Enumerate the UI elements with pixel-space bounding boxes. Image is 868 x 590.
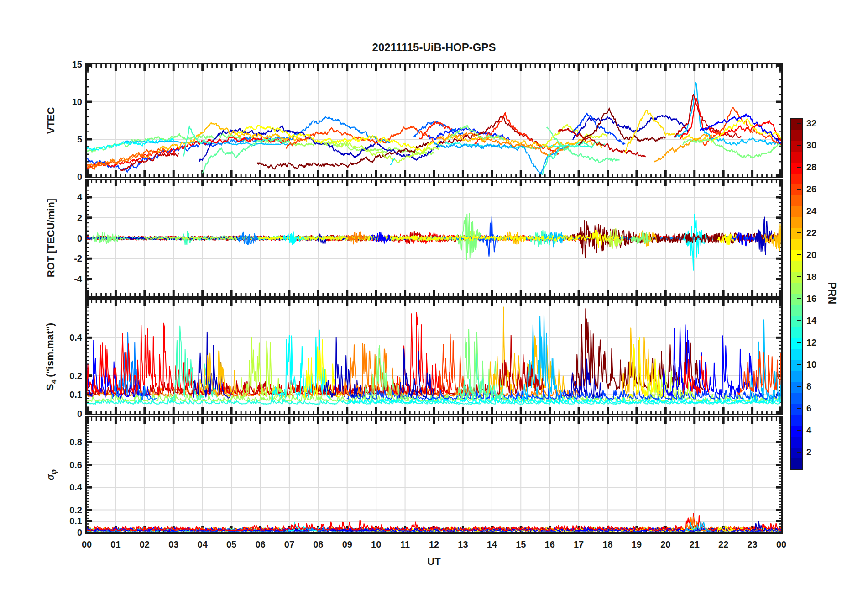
colorbar-segment-prn-21 (791, 239, 802, 250)
x-tick-label: 22 (709, 539, 738, 550)
colorbar-tick (797, 452, 801, 453)
colorbar-segment-prn-7 (791, 393, 802, 404)
colorbar-tick-label: 16 (806, 293, 829, 305)
colorbar-tick-label: 12 (806, 337, 829, 348)
colorbar-segment-prn-4 (791, 426, 802, 437)
colorbar-tick (797, 342, 801, 343)
colorbar-segment-prn-20 (791, 250, 802, 261)
y-tick-label-s4: 0.1 (49, 389, 82, 400)
colorbar-segment-prn-23 (791, 217, 802, 228)
x-tick-label: 10 (361, 539, 391, 550)
colorbar-tick-label: 4 (806, 424, 829, 436)
colorbar-tick (797, 386, 801, 387)
colorbar-tick-label: 10 (806, 358, 829, 370)
colorbar-segment-prn-22 (791, 228, 802, 239)
colorbar-tick (797, 320, 801, 321)
colorbar-segment-prn-15 (791, 305, 802, 316)
x-tick-label: 21 (680, 539, 709, 550)
colorbar-tick-label: 18 (806, 271, 829, 283)
y-tick-label-vtec: 0 (49, 171, 82, 183)
x-tick-label: 16 (535, 539, 565, 550)
colorbar-segment-prn-25 (791, 195, 802, 206)
sigma-phi-plot-canvas (87, 417, 781, 532)
colorbar-tick (797, 167, 801, 168)
x-tick-label: 18 (593, 539, 622, 550)
x-tick-label: 00 (72, 539, 101, 550)
colorbar-tick (797, 123, 801, 124)
colorbar-segment-prn-30 (791, 141, 802, 152)
x-tick-label: 09 (333, 539, 362, 550)
colorbar-tick (797, 276, 801, 277)
x-tick-label: 15 (506, 539, 535, 550)
y-tick-label-rot: -2 (49, 253, 82, 264)
y-tick-label-s4: 0.4 (49, 332, 82, 343)
colorbar-tick (797, 364, 801, 365)
colorbar-segment-prn-3 (791, 437, 802, 448)
y-tick-label-rot: -4 (49, 273, 82, 285)
panel-rot (85, 179, 783, 298)
colorbar-tick (797, 254, 801, 255)
colorbar-tick-label: 24 (806, 205, 829, 217)
colorbar-segment-prn-14 (791, 316, 802, 327)
colorbar-segment-prn-27 (791, 174, 802, 184)
colorbar-segment-prn-29 (791, 152, 802, 163)
colorbar-segment-prn-26 (791, 184, 802, 195)
y-tick-label-rot: 2 (49, 212, 82, 224)
colorbar-segment-prn-28 (791, 163, 802, 174)
colorbar-segment-prn-10 (791, 360, 802, 371)
rot-plot-canvas (87, 180, 781, 296)
colorbar-segment-prn-2 (791, 448, 802, 458)
colorbar-segment-prn-1 (791, 458, 802, 469)
colorbar-tick-label: 28 (806, 161, 829, 173)
colorbar-segment-prn-5 (791, 415, 802, 426)
colorbar-tick-label: 20 (806, 249, 829, 261)
x-axis-label: UT (87, 556, 781, 568)
colorbar-segment-prn-32 (791, 119, 802, 130)
y-tick-label-rot: 4 (49, 191, 82, 203)
y-tick-label-sigma_phi: 0 (49, 527, 82, 538)
y-tick-label-vtec: 5 (49, 133, 82, 145)
colorbar-tick-label: 22 (806, 227, 829, 239)
colorbar-segment-prn-9 (791, 371, 802, 382)
colorbar-tick-label: 8 (806, 380, 829, 392)
colorbar (790, 118, 803, 470)
figure-title: 20211115-UiB-HOP-GPS (87, 41, 781, 54)
colorbar-segment-prn-8 (791, 382, 802, 393)
y-tick-label-vtec: 10 (49, 96, 82, 108)
panel-s4 (85, 298, 783, 415)
x-tick-label: 17 (564, 539, 593, 550)
y-tick-label-rot: 0 (49, 232, 82, 244)
x-tick-label: 01 (101, 539, 130, 550)
x-tick-label: 23 (738, 539, 767, 550)
x-tick-label: 19 (622, 539, 651, 550)
vtec-plot-canvas (87, 64, 781, 177)
x-tick-label: 07 (275, 539, 304, 550)
x-tick-label: 06 (246, 539, 275, 550)
colorbar-tick (797, 232, 801, 233)
s4-plot-canvas (87, 300, 781, 414)
colorbar-tick-label: 32 (806, 117, 829, 129)
y-tick-label-s4: 0.2 (49, 370, 82, 382)
y-tick-label-sigma_phi: 0.4 (49, 481, 82, 493)
colorbar-tick (797, 189, 801, 190)
y-tick-label-sigma_phi: 0.6 (49, 459, 82, 471)
colorbar-segment-prn-13 (791, 327, 802, 338)
x-tick-label: 13 (448, 539, 477, 550)
colorbar-tick (797, 430, 801, 431)
figure: 20211115-UiB-HOP-GPS VTEC ROT [TECU/min]… (0, 0, 868, 590)
x-tick-label: 20 (651, 539, 680, 550)
colorbar-tick (797, 408, 801, 409)
colorbar-segment-prn-17 (791, 283, 802, 294)
y-tick-label-s4: 0 (49, 408, 82, 420)
colorbar-segment-prn-16 (791, 294, 802, 305)
colorbar-tick (797, 145, 801, 146)
x-tick-label: 05 (217, 539, 246, 550)
x-tick-label: 11 (391, 539, 420, 550)
panel-sigma-phi (85, 416, 783, 534)
colorbar-tick-label: 30 (806, 139, 829, 151)
colorbar-tick (797, 211, 801, 211)
colorbar-tick-label: 2 (806, 446, 829, 458)
x-tick-label: 14 (477, 539, 507, 550)
x-tick-label: 03 (159, 539, 188, 550)
colorbar-segment-prn-18 (791, 272, 802, 283)
